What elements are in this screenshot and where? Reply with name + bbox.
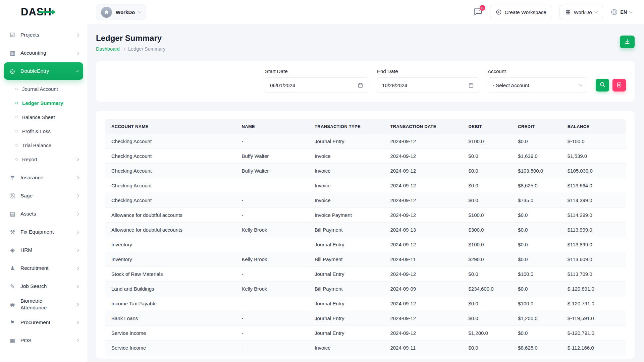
- create-workspace-button[interactable]: Create Workspace: [490, 5, 552, 19]
- table-cell: $114,399.0: [561, 193, 626, 208]
- sidebar-item-hrm[interactable]: ◈HRM: [4, 241, 83, 259]
- table-row: Inventory-Journal Entry2024-09-12$100.0$…: [105, 237, 626, 252]
- table-cell: $-120,791.0: [561, 326, 626, 341]
- table-cell: Checking Account: [105, 164, 235, 178]
- sidebar-item-procurement[interactable]: ⚑Procurement: [4, 314, 83, 331]
- sidebar-item-recruitment[interactable]: ♟Recruitment: [4, 259, 83, 277]
- sidebar-subitem-balance-sheet[interactable]: Balance Sheet: [0, 110, 87, 124]
- sidebar-subitem-journal-account[interactable]: Journal Account: [0, 82, 87, 96]
- table-cell: $0.0: [511, 223, 561, 237]
- sidebar-item-label: Biometric Attendance: [20, 298, 63, 311]
- messages-button[interactable]: 0: [474, 7, 483, 17]
- start-date-input[interactable]: 06/01/2024: [265, 77, 368, 93]
- sidebar-subitem-label: Ledger Summary: [22, 100, 63, 106]
- ledger-table-card: ACCOUNT NAMENAMETRANSACTION TYPETRANSACT…: [96, 111, 635, 359]
- sidebar-item-projects[interactable]: ☑Projects: [4, 26, 83, 44]
- table-row: Allowance for doubtful accounts-Invoice …: [105, 208, 626, 223]
- table-cell: $1,200.0: [511, 311, 561, 326]
- column-header: ACCOUNT NAME: [105, 119, 235, 134]
- reset-filter-button[interactable]: [612, 79, 626, 92]
- fix-equipment-icon: ⚒: [9, 229, 16, 236]
- accounting-icon: ▦: [9, 50, 16, 57]
- sidebar-item-label: Accounting: [20, 50, 46, 56]
- workspace-switcher[interactable]: WorkDo: [96, 4, 146, 20]
- start-date-value: 06/01/2024: [270, 82, 295, 88]
- procurement-icon: ⚑: [9, 319, 16, 326]
- table-cell: Inventory: [105, 237, 235, 252]
- sidebar-item-insurance[interactable]: ☂Insurance: [4, 169, 83, 186]
- table-cell: 2024-09-12: [383, 134, 462, 149]
- sidebar-item-doubleentry[interactable]: ◎DoubleEntry: [4, 62, 83, 80]
- job-search-icon: ✎: [9, 283, 16, 290]
- sidebar-item-label: Procurement: [20, 319, 50, 326]
- sidebar-item-fix-equipment[interactable]: ⚒Fix Equipment: [4, 223, 83, 241]
- account-selected-value: - Select Account: [493, 82, 529, 88]
- biometric-attendance-icon: ◉: [9, 301, 16, 308]
- double-entry-icon: ◎: [9, 68, 16, 75]
- sidebar-item-assets[interactable]: ▤Assets: [4, 205, 83, 223]
- table-cell: 2024-09-12: [383, 208, 462, 223]
- breadcrumb-current: Ledger Summary: [128, 46, 165, 52]
- table-cell: $100.0: [511, 267, 561, 282]
- hrm-icon: ◈: [9, 247, 16, 254]
- table-cell: Allowance for doubtful accounts: [105, 208, 235, 223]
- page-header: Ledger Summary Dashboard Ledger Summary: [96, 34, 635, 52]
- table-cell: Journal Entry: [308, 134, 383, 149]
- account-select[interactable]: - Select Account: [488, 77, 587, 93]
- table-cell: -: [235, 311, 308, 326]
- end-date-input[interactable]: 10/28/2024: [377, 77, 479, 93]
- sidebar-item-accounting[interactable]: ▦Accounting: [4, 44, 83, 62]
- table-cell: $113,999.0: [561, 223, 626, 237]
- table-cell: Kelly Brook: [235, 223, 308, 237]
- app-logo[interactable]: DASH: [21, 6, 52, 18]
- table-cell: $0.0: [511, 208, 561, 223]
- table-cell: $234,600.0: [462, 282, 511, 296]
- table-cell: 2024-09-11: [383, 252, 462, 267]
- table-cell: $300.0: [462, 223, 511, 237]
- language-selector[interactable]: EN: [610, 8, 632, 16]
- company-menu-button[interactable]: WorkDo: [559, 5, 603, 19]
- insurance-icon: ☂: [9, 174, 16, 181]
- column-header: DEBIT: [462, 119, 511, 134]
- table-cell: Checking Account: [105, 134, 235, 149]
- account-label: Account: [488, 68, 587, 74]
- table-cell: Bank Loans: [105, 311, 235, 326]
- table-cell: -: [235, 237, 308, 252]
- column-header: CREDIT: [511, 119, 561, 134]
- sidebar-subitem-ledger-summary[interactable]: Ledger Summary: [0, 96, 87, 110]
- sidebar-subitem-trial-balance[interactable]: Trial Balance: [0, 138, 87, 152]
- table-row: Checking AccountBuffy WalterInvoice2024-…: [105, 149, 626, 164]
- sidebar-item-label: Sage: [20, 192, 33, 199]
- table-cell: $113,709.0: [561, 267, 626, 282]
- sidebar-nav: ☑Projects▦Accounting◎DoubleEntryJournal …: [0, 26, 87, 349]
- table-cell: Kelly Brook: [235, 252, 308, 267]
- logo-container: DASH: [0, 6, 87, 18]
- table-cell: $100.0: [462, 237, 511, 252]
- sidebar-item-sage[interactable]: ⓈSage: [4, 187, 83, 204]
- sidebar-subitem-report[interactable]: Report: [0, 152, 87, 166]
- table-cell: Invoice Payment: [308, 208, 383, 223]
- chevron-right-icon: [76, 195, 78, 197]
- breadcrumb-dashboard-link[interactable]: Dashboard: [96, 46, 120, 52]
- chevron-right-icon: [76, 321, 78, 324]
- table-cell: -: [235, 178, 308, 193]
- table-cell: $-119,591.0: [561, 311, 626, 326]
- sidebar-item-pos[interactable]: ▩POS: [4, 332, 83, 349]
- table-cell: $290.0: [462, 252, 511, 267]
- table-cell: $8,625.0: [511, 341, 561, 355]
- sidebar-item-label: Assets: [20, 210, 36, 217]
- sidebar-item-biometric-attendance[interactable]: ◉Biometric Attendance: [4, 296, 83, 313]
- sidebar-subitem-profit-loss[interactable]: Profit & Loss: [0, 124, 87, 138]
- sidebar-subitem-label: Profit & Loss: [22, 128, 51, 134]
- chevron-right-icon: [76, 52, 78, 54]
- end-date-field: End Date 10/28/2024: [377, 68, 479, 93]
- globe-icon: [610, 8, 618, 16]
- sidebar: ☑Projects▦Accounting◎DoubleEntryJournal …: [0, 24, 87, 362]
- projects-icon: ☑: [9, 32, 16, 39]
- table-row: Income Tax Payable-Journal Entry2024-09-…: [105, 296, 626, 311]
- download-button[interactable]: [620, 36, 635, 48]
- sidebar-item-job-search[interactable]: ✎Job Search: [4, 278, 83, 295]
- table-cell: $0.0: [462, 164, 511, 178]
- apply-filter-button[interactable]: [596, 79, 609, 92]
- company-menu-label: WorkDo: [574, 9, 592, 15]
